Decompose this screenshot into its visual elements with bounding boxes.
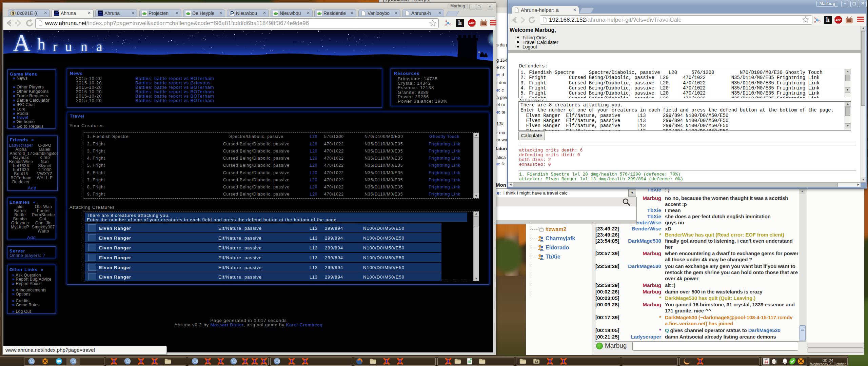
svg-text:ABP: ABP: [469, 22, 475, 25]
svg-text:OCT: OCT: [765, 363, 768, 365]
svg-text:ABP: ABP: [835, 19, 842, 22]
